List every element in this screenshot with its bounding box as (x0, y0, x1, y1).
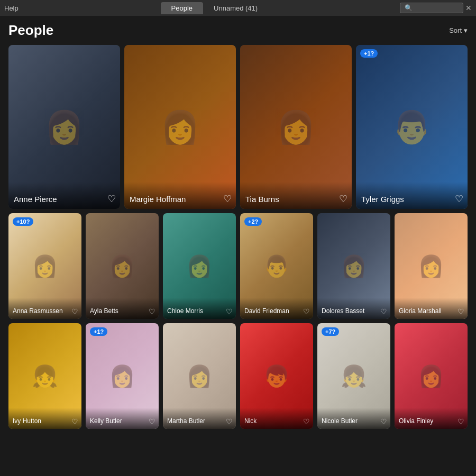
people-grid: 👩Anne Pierce♡👩Margie Hoffman♡👩Tia Burns♡… (0, 41, 476, 473)
badge-david-friedman: +2? (244, 217, 262, 226)
page-title: People (8, 22, 53, 39)
grid-row-2: +10?👩Anna Rasmussen♡👩Ayla Betts♡👩Chloe M… (8, 213, 468, 319)
help-menu[interactable]: Help (4, 4, 19, 12)
tab-unnamed[interactable]: Unnamed (41) (203, 2, 268, 14)
heart-tyler-griggs[interactable]: ♡ (455, 193, 463, 205)
search-area: ✕ (400, 3, 472, 13)
heart-nicole-butler[interactable]: ♡ (380, 417, 387, 426)
grid-row-1: 👩Anne Pierce♡👩Margie Hoffman♡👩Tia Burns♡… (8, 45, 468, 209)
label-gloria-marshall: Gloria Marshall (395, 298, 468, 319)
grid-row-3: 👧Ivy Hutton♡+1?👩Kelly Butler♡👩Martha But… (8, 323, 468, 429)
label-martha-butler: Martha Butler (163, 408, 236, 429)
label-ivy-hutton: Ivy Hutton (8, 408, 81, 429)
badge-kelly-butler: +1? (90, 327, 107, 336)
heart-ayla-betts[interactable]: ♡ (149, 307, 155, 316)
card-gloria-marshall[interactable]: 👩Gloria Marshall♡ (395, 213, 468, 319)
card-tia-burns[interactable]: 👩Tia Burns♡ (240, 45, 352, 209)
label-david-friedman: David Friedman (240, 298, 313, 319)
tabs-area: People Unnamed (41) (29, 2, 400, 14)
label-anna-rasmussen: Anna Rasmussen (8, 298, 81, 319)
label-kelly-butler: Kelly Butler (86, 408, 159, 429)
label-nick: Nick (240, 408, 313, 429)
heart-olivia-finley[interactable]: ♡ (457, 417, 464, 426)
card-olivia-finley[interactable]: 👩Olivia Finley♡ (395, 323, 468, 429)
card-martha-butler[interactable]: 👩Martha Butler♡ (163, 323, 236, 429)
heart-chloe-morris[interactable]: ♡ (226, 307, 233, 316)
heart-anna-rasmussen[interactable]: ♡ (71, 307, 78, 316)
menu-bar: Help People Unnamed (41) ✕ (0, 0, 476, 16)
card-nick[interactable]: 👦Nick♡ (240, 323, 313, 429)
search-input[interactable] (400, 3, 463, 13)
badge-nicole-butler: +7? (322, 327, 339, 336)
page-header: People Sort ▾ (0, 16, 476, 41)
heart-ivy-hutton[interactable]: ♡ (71, 417, 78, 426)
sort-button[interactable]: Sort ▾ (449, 26, 468, 34)
search-clear-button[interactable]: ✕ (465, 4, 472, 12)
heart-gloria-marshall[interactable]: ♡ (457, 307, 464, 316)
label-tia-burns: Tia Burns (240, 182, 352, 209)
heart-dolores-basset[interactable]: ♡ (380, 307, 387, 316)
label-tyler-griggs: Tyler Griggs (356, 182, 468, 209)
card-ayla-betts[interactable]: 👩Ayla Betts♡ (86, 213, 159, 319)
card-tyler-griggs[interactable]: +1?👨Tyler Griggs♡ (356, 45, 468, 209)
heart-tia-burns[interactable]: ♡ (339, 193, 347, 205)
label-nicole-butler: Nicole Butler (317, 408, 390, 429)
heart-kelly-butler[interactable]: ♡ (149, 417, 155, 426)
card-ivy-hutton[interactable]: 👧Ivy Hutton♡ (8, 323, 81, 429)
card-anna-rasmussen[interactable]: +10?👩Anna Rasmussen♡ (8, 213, 81, 319)
card-chloe-morris[interactable]: 👩Chloe Morris♡ (163, 213, 236, 319)
label-margie-hoffman: Margie Hoffman (124, 182, 236, 209)
card-kelly-butler[interactable]: +1?👩Kelly Butler♡ (86, 323, 159, 429)
badge-tyler-griggs: +1? (360, 49, 378, 58)
label-ayla-betts: Ayla Betts (86, 298, 159, 319)
card-dolores-basset[interactable]: 👩Dolores Basset♡ (317, 213, 390, 319)
heart-martha-butler[interactable]: ♡ (226, 417, 233, 426)
card-david-friedman[interactable]: +2?👨David Friedman♡ (240, 213, 313, 319)
heart-anne-pierce[interactable]: ♡ (107, 193, 116, 205)
label-dolores-basset: Dolores Basset (317, 298, 390, 319)
heart-david-friedman[interactable]: ♡ (303, 307, 310, 316)
label-anne-pierce: Anne Pierce (8, 182, 120, 209)
label-chloe-morris: Chloe Morris (163, 298, 236, 319)
heart-nick[interactable]: ♡ (303, 417, 310, 426)
card-nicole-butler[interactable]: +7?👧Nicole Butler♡ (317, 323, 390, 429)
card-margie-hoffman[interactable]: 👩Margie Hoffman♡ (124, 45, 236, 209)
card-anne-pierce[interactable]: 👩Anne Pierce♡ (8, 45, 120, 209)
badge-anna-rasmussen: +10? (13, 217, 33, 226)
label-olivia-finley: Olivia Finley (395, 408, 468, 429)
tab-people[interactable]: People (161, 2, 203, 14)
heart-margie-hoffman[interactable]: ♡ (223, 193, 232, 205)
